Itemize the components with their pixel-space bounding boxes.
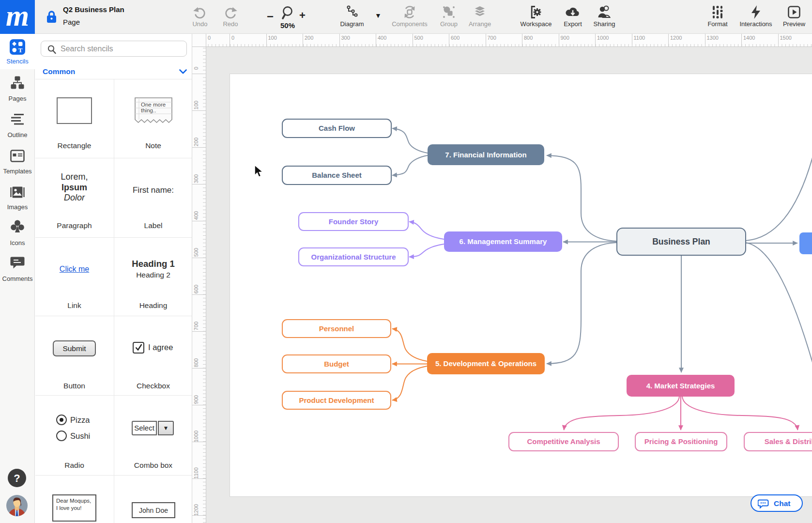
- svg-text:Balance Sheet: Balance Sheet: [312, 171, 362, 179]
- svg-text:Sales & Distribution: Sales & Distribution: [765, 437, 812, 446]
- svg-text:Founder Story: Founder Story: [329, 217, 379, 226]
- svg-text:6. Management Summary: 6. Management Summary: [460, 237, 548, 246]
- svg-text:5. Development & Operations: 5. Development & Operations: [435, 359, 536, 368]
- svg-text:4. Market Strategies: 4. Market Strategies: [646, 382, 715, 390]
- svg-text:Cash Flow: Cash Flow: [319, 124, 355, 132]
- svg-text:T: T: [18, 46, 23, 54]
- svg-text:Product Development: Product Development: [299, 396, 374, 404]
- svg-text:thing..: thing..: [141, 108, 156, 113]
- svg-text:Business Plan: Business Plan: [652, 237, 710, 246]
- svg-text:?: ?: [14, 472, 20, 484]
- svg-text:7. Financial Information: 7. Financial Information: [445, 151, 526, 159]
- svg-text:Competitive Analysis: Competitive Analysis: [527, 437, 600, 446]
- svg-text:One more: One more: [141, 102, 166, 108]
- svg-text:Organizational Structure: Organizational Structure: [311, 253, 396, 261]
- svg-text:Personnel: Personnel: [319, 324, 354, 333]
- svg-text:Pricing & Positioning: Pricing & Positioning: [644, 437, 718, 446]
- svg-text:Budget: Budget: [324, 360, 349, 368]
